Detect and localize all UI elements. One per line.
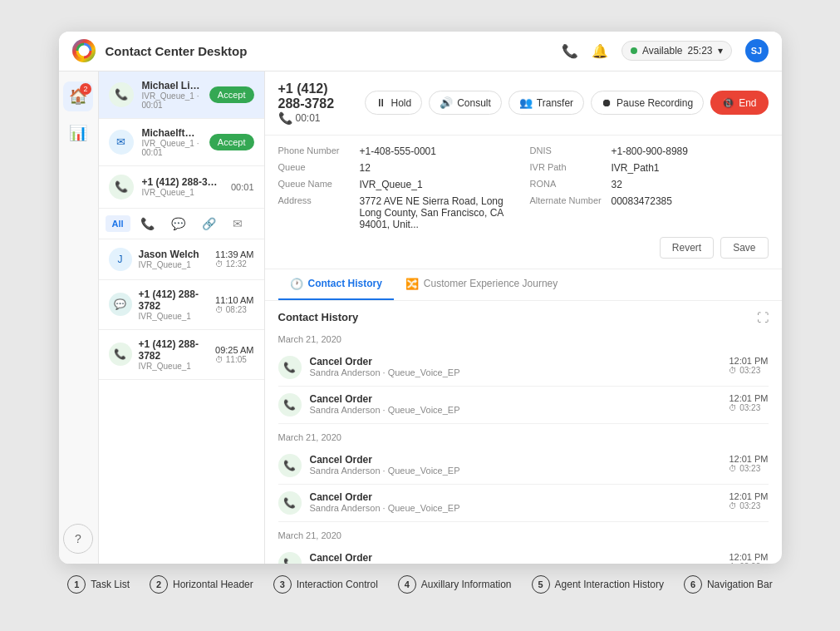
list-info-phone1: +1 (412) 288-3782 IVR_Queue_1 [139,288,209,321]
tab-all[interactable]: All [106,215,130,232]
detail-grid: Phone Number +1-408-555-0001 DNIS +1-800… [278,145,769,230]
task-queue-email: IVR_Queue_1 · 00:01 [142,139,201,157]
queue-name-value: IVR_Queue_1 [360,179,423,190]
callout-3: 3 [273,575,292,594]
label-text-3: Interaction Control [297,579,378,590]
auxiliary-information: 🕐 Contact History 🔀 Customer Experience … [265,269,782,564]
user-avatar[interactable]: SJ [745,39,769,62]
interaction-control: +1 (412) 288-3782 📞 00:01 ⏸ Hold 🔊 [265,71,782,564]
history-agent: Sandra Anderson · Queue_Voice_EP [310,405,721,415]
hold-button[interactable]: ⏸ Hold [365,91,422,115]
help-button[interactable]: ? [63,524,93,554]
history-item: 📞 Cancel Order Sandra Anderson · Queue_V… [278,387,769,424]
history-time: 12:01 PM ⏱ 03:23 [729,491,768,510]
task-name-email: Michaelft@gmail.c... [142,127,201,139]
history-info: Cancel Order Sandra Anderson · Queue_Voi… [310,552,721,564]
nav-item-home[interactable]: 🏠 2 [63,81,93,111]
phone-number-value: +1-408-555-0001 [360,145,436,157]
queue-name-label: Queue Name [278,179,353,189]
accept-button-michael[interactable]: Accept [209,86,254,103]
app-title: Contact Center Desktop [106,44,552,58]
list-item[interactable]: 📞 +1 (412) 288-3782 IVR_Queue_1 09:25 AM… [99,330,264,380]
history-duration: ⏱ 03:23 [729,366,768,375]
label-agent-history: 5 Agent Interaction History [532,575,664,594]
app-container: Contact Center Desktop 📞 🔔 Available 25:… [59,32,782,564]
task-info: Michael Littlefoot IVR_Queue_1 · 00:01 [142,80,201,110]
end-button[interactable]: 📵 End [710,91,768,115]
tab-contact-history[interactable]: 🕐 Contact History [278,269,394,300]
list-time-phone1: 11:10 AM ⏱ 08:23 [215,295,253,314]
history-timestamp: 12:01 PM [729,454,768,464]
save-button[interactable]: Save [720,237,768,259]
consult-label: Consult [457,97,491,109]
history-tabs: 🕐 Contact History 🔀 Customer Experience … [265,269,782,301]
callout-4: 4 [398,575,416,594]
history-duration: ⏱ 03:23 [729,464,768,473]
history-info: Cancel Order Sandra Anderson · Queue_Voi… [310,356,721,377]
history-event: Cancel Order [310,356,721,367]
task-item-email[interactable]: ✉ Michaelft@gmail.c... IVR_Queue_1 · 00:… [99,119,264,166]
navigation-bar: 🏠 2 📊 ? [59,71,99,564]
status-badge[interactable]: Available 25:23 ▾ [621,41,732,61]
detail-row-ivrpath: IVR Path IVR_Path1 [530,162,769,174]
history-timestamp: 12:01 PM [729,393,768,403]
list-avatar-jason: J [109,248,132,271]
contact-details: Phone Number +1-408-555-0001 DNIS +1-800… [265,136,782,269]
list-item[interactable]: J Jason Welch IVR_Queue_1 11:39 AM ⏱ 12:… [99,239,264,280]
home-badge: 2 [80,83,91,95]
hold-label: Hold [391,97,411,109]
task-avatar-email: ✉ [109,130,134,155]
queue-label: Queue [278,162,353,172]
history-avatar: 📞 [278,356,302,379]
label-horizontal-header: 2 Horizontal Header [150,575,253,594]
call-active-icon: 📞 [278,111,292,125]
app-logo [72,39,96,62]
nav-item-analytics[interactable]: 📊 [63,118,93,148]
history-item: 📞 Cancel Order Sandra Anderson · Queue_V… [278,545,769,564]
tab-voice-icon[interactable]: 📞 [134,214,161,234]
list-avatar-phone1: 💬 [109,293,132,316]
list-queue-phone2: IVR_Queue_1 [139,362,209,371]
detail-row-rona: RONA 32 [530,179,769,190]
tab-email-icon[interactable]: ✉ [226,214,249,234]
chevron-down-icon: ▾ [718,45,723,57]
tab-social-icon[interactable]: 🔗 [195,214,223,234]
call-actions: ⏸ Hold 🔊 Consult 👥 Transfer ⏺ [365,91,768,115]
list-avatar-phone2: 📞 [109,343,132,366]
list-item[interactable]: 💬 +1 (412) 288-3782 IVR_Queue_1 11:10 AM… [99,280,264,330]
task-item-michael[interactable]: 📞 Michael Littlefoot IVR_Queue_1 · 00:01… [99,71,264,119]
task-list: 📞 Michael Littlefoot IVR_Queue_1 · 00:01… [99,71,265,564]
bell-icon[interactable]: 🔔 [592,43,608,59]
history-title: Contact History [278,311,359,323]
task-item-phone[interactable]: 📞 +1 (412) 288-3782 IVR_Queue_1 00:01 [99,166,264,209]
status-dot [631,47,637,54]
revert-button[interactable]: Revert [660,237,714,259]
list-time-jason: 11:39 AM ⏱ 12:32 [215,249,253,269]
detail-row-address: Address 3772 AVE NE Sierra Road, Long Lo… [278,195,517,230]
history-tab-icon: 🕐 [290,278,303,290]
label-text-5: Agent Interaction History [555,579,664,590]
phone-icon[interactable]: 📞 [562,43,578,59]
tab-chat-icon[interactable]: 💬 [165,214,192,234]
history-duration: ⏱ 03:23 [729,403,768,412]
expand-button[interactable]: ⛶ [757,311,769,324]
call-duration: 00:01 [296,112,321,124]
callout-1: 1 [67,575,86,594]
history-content: Contact History ⛶ March 21, 2020 📞 Cance… [265,301,782,564]
history-avatar: 📞 [278,491,302,515]
list-queue-phone1: IVR_Queue_1 [139,312,209,321]
date-label-2: March 21, 2020 [278,432,769,442]
end-label: End [739,97,756,109]
task-avatar-phone: 📞 [109,175,134,200]
tab-customer-journey[interactable]: 🔀 Customer Experience Journey [394,269,569,300]
task-avatar-voice: 📞 [109,82,134,107]
transfer-icon: 👥 [519,96,533,109]
pause-recording-button[interactable]: ⏺ Pause Recording [591,91,704,115]
accept-button-email[interactable]: Accept [209,134,254,150]
transfer-button[interactable]: 👥 Transfer [508,91,584,115]
list-name-phone1: +1 (412) 288-3782 [139,288,209,312]
tab-history-label: Contact History [308,278,382,289]
outer-wrapper: Contact Center Desktop 📞 🔔 Available 25:… [0,0,840,631]
history-duration: ⏱ 03:23 [729,501,768,510]
consult-button[interactable]: 🔊 Consult [429,91,502,115]
